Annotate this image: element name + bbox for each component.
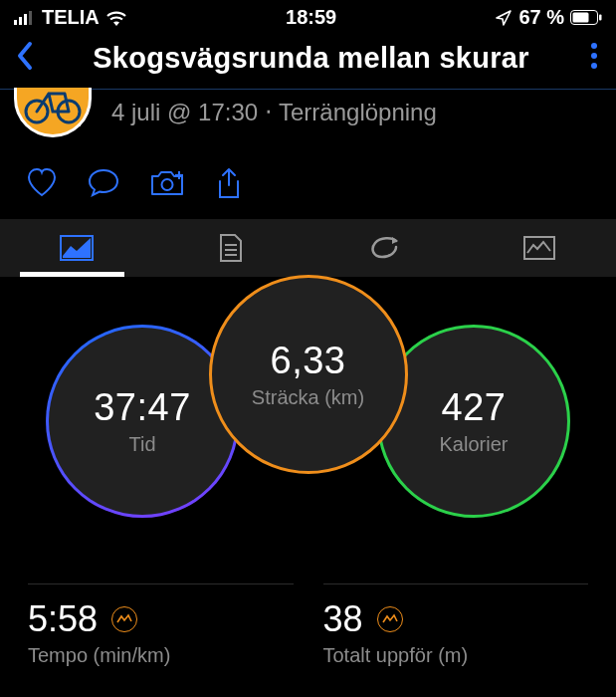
stat-pace-value: 5:58 <box>28 598 98 640</box>
tab-charts[interactable] <box>462 219 616 277</box>
wifi-icon <box>105 10 127 26</box>
metric-time-value: 37:47 <box>94 386 191 429</box>
stat-pace: 5:58 Tempo (min/km) <box>28 583 294 667</box>
stats-flag-icon <box>59 234 95 262</box>
battery-percent: 67 % <box>518 6 564 29</box>
metrics-summary: 37:47 Tid 427 Kalorier 6,33 Sträcka (km) <box>0 275 616 554</box>
camera-icon[interactable] <box>149 167 185 197</box>
comment-icon[interactable] <box>88 167 119 197</box>
chevron-left-icon <box>16 41 34 71</box>
bicycle-icon <box>23 90 83 125</box>
social-actions <box>0 153 616 219</box>
metric-calories-value: 427 <box>442 386 507 429</box>
metric-time-label: Tid <box>128 433 155 456</box>
svg-point-12 <box>162 179 173 190</box>
more-menu-button[interactable] <box>582 42 606 74</box>
metric-distance-value: 6,33 <box>271 340 346 382</box>
battery-icon <box>570 10 602 25</box>
chart-icon <box>522 235 556 261</box>
status-bar: TELIA 18:59 67 % <box>0 0 616 33</box>
svg-point-7 <box>591 43 597 49</box>
carrier-label: TELIA <box>42 6 100 29</box>
metric-distance-label: Sträcka (km) <box>252 386 364 409</box>
status-time: 18:59 <box>286 6 336 29</box>
page-title: Skogsvägsrunda mellan skurar <box>50 42 572 75</box>
svg-rect-6 <box>599 15 602 21</box>
metric-calories-circle: 427 Kalorier <box>377 325 570 518</box>
trend-badge-icon <box>111 606 137 632</box>
stat-ascent-label: Totalt uppför (m) <box>323 644 589 667</box>
avatar[interactable] <box>14 88 92 137</box>
stat-ascent: 38 Totalt uppför (m) <box>323 583 589 667</box>
svg-rect-5 <box>573 13 589 23</box>
svg-rect-1 <box>19 17 22 25</box>
svg-rect-2 <box>24 14 27 25</box>
status-left: TELIA <box>14 6 127 29</box>
metric-distance-circle: 6,33 Sträcka (km) <box>209 275 408 474</box>
stat-pace-label: Tempo (min/km) <box>28 644 294 667</box>
metric-calories-label: Kalorier <box>440 433 509 456</box>
status-right: 67 % <box>495 6 602 29</box>
svg-point-9 <box>591 63 597 69</box>
signal-bars-icon <box>14 11 36 25</box>
tab-stats[interactable] <box>0 219 154 277</box>
app-header: Skogsvägsrunda mellan skurar <box>0 33 616 90</box>
back-button[interactable] <box>10 41 40 75</box>
kebab-icon <box>590 42 598 70</box>
svg-rect-0 <box>14 20 17 25</box>
tab-laps[interactable] <box>308 219 463 277</box>
stat-ascent-value: 38 <box>323 598 363 640</box>
document-icon <box>218 233 244 263</box>
tab-details[interactable] <box>154 219 308 277</box>
svg-rect-3 <box>29 11 32 25</box>
location-arrow-icon <box>495 9 513 27</box>
laps-icon <box>368 235 402 261</box>
trend-badge-icon <box>377 606 403 632</box>
tab-bar <box>0 219 616 277</box>
svg-point-8 <box>591 53 597 59</box>
share-icon[interactable] <box>215 167 243 201</box>
like-icon[interactable] <box>26 167 58 197</box>
activity-subheader: 4 juli @ 17:30 ‧ Terränglöpning <box>0 88 616 153</box>
bottom-stats: 5:58 Tempo (min/km) 38 Totalt uppför (m) <box>0 554 616 667</box>
activity-date-type: 4 juli @ 17:30 ‧ Terränglöpning <box>111 99 437 126</box>
